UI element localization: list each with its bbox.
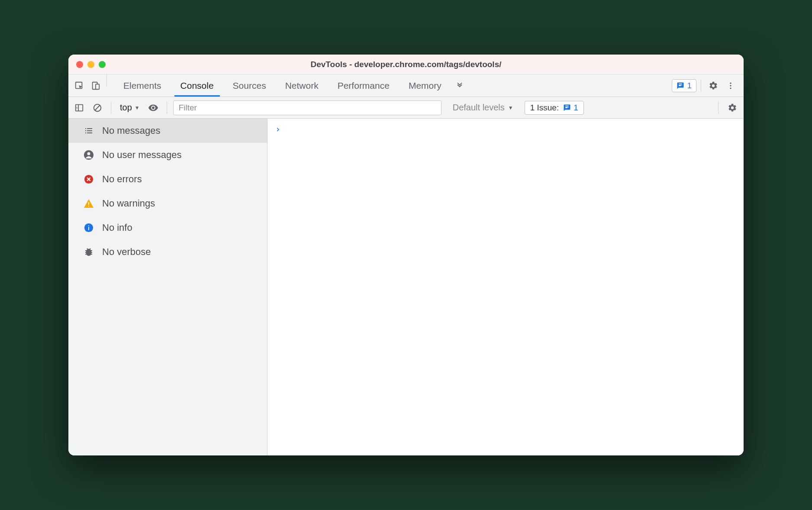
sidebar-item-label: No warnings xyxy=(102,198,155,209)
divider xyxy=(701,80,701,92)
more-tabs-button[interactable] xyxy=(451,74,468,97)
sidebar-item-label: No info xyxy=(102,222,132,233)
tab-console[interactable]: Console xyxy=(171,74,223,97)
issues-counter[interactable]: 1 Issue: 1 xyxy=(525,101,584,115)
svg-point-5 xyxy=(730,87,731,89)
issues-count: 1 xyxy=(563,103,578,113)
list-icon xyxy=(83,125,94,136)
log-levels-selector[interactable]: Default levels ▼ xyxy=(453,103,513,113)
svg-point-4 xyxy=(730,85,731,86)
issues-badge-count: 1 xyxy=(687,81,692,90)
toggle-sidebar-icon[interactable] xyxy=(72,100,87,115)
divider xyxy=(111,102,111,114)
context-selector[interactable]: top ▼ xyxy=(117,103,142,113)
close-window-button[interactable] xyxy=(76,61,83,68)
sidebar-item-verbose[interactable]: No verbose xyxy=(68,240,267,264)
sidebar-item-info[interactable]: No info xyxy=(68,216,267,240)
inspect-element-icon[interactable] xyxy=(71,74,87,97)
main-tabbar: Elements Console Sources Network Perform… xyxy=(68,74,744,97)
bug-icon xyxy=(83,246,94,258)
panel-tabs: Elements Console Sources Network Perform… xyxy=(114,74,672,97)
minimize-window-button[interactable] xyxy=(87,61,94,68)
svg-line-9 xyxy=(95,105,100,110)
console-toolbar: top ▼ Default levels ▼ 1 Issue: 1 xyxy=(68,97,744,119)
tab-network[interactable]: Network xyxy=(276,74,328,97)
tabbar-right: 1 xyxy=(672,74,741,97)
svg-rect-13 xyxy=(88,202,89,205)
tab-memory[interactable]: Memory xyxy=(399,74,451,97)
svg-rect-14 xyxy=(88,206,89,207)
device-toolbar-icon[interactable] xyxy=(87,74,104,97)
console-output[interactable]: › xyxy=(267,119,744,455)
tab-sources[interactable]: Sources xyxy=(223,74,276,97)
divider xyxy=(167,102,167,114)
sidebar-item-warnings[interactable]: No warnings xyxy=(68,191,267,216)
user-icon xyxy=(83,149,94,161)
context-label: top xyxy=(120,103,132,113)
svg-rect-17 xyxy=(88,226,89,226)
issues-label: 1 Issue: xyxy=(530,103,559,113)
error-icon xyxy=(83,174,94,185)
live-expression-icon[interactable] xyxy=(146,100,161,115)
console-prompt-icon: › xyxy=(275,124,280,134)
sidebar-item-label: No verbose xyxy=(102,246,151,258)
svg-point-11 xyxy=(87,152,90,155)
dropdown-icon: ▼ xyxy=(135,105,140,111)
levels-label: Default levels xyxy=(453,103,505,113)
window-title: DevTools - developer.chrome.com/tags/dev… xyxy=(68,60,744,69)
tab-elements[interactable]: Elements xyxy=(114,74,171,97)
maximize-window-button[interactable] xyxy=(99,61,106,68)
console-settings-icon[interactable] xyxy=(725,100,740,116)
dropdown-icon: ▼ xyxy=(508,105,513,111)
issues-badge-button[interactable]: 1 xyxy=(672,79,696,92)
console-body: No messages No user messages No errors N… xyxy=(68,119,744,455)
divider xyxy=(106,74,107,87)
sidebar-item-errors[interactable]: No errors xyxy=(68,167,267,191)
svg-rect-16 xyxy=(88,227,89,230)
tab-performance[interactable]: Performance xyxy=(328,74,399,97)
divider xyxy=(718,102,719,114)
warning-icon xyxy=(83,198,94,209)
svg-point-3 xyxy=(730,82,731,84)
console-sidebar: No messages No user messages No errors N… xyxy=(68,119,267,455)
sidebar-item-label: No errors xyxy=(102,174,142,185)
sidebar-item-label: No user messages xyxy=(102,149,181,161)
devtools-window: DevTools - developer.chrome.com/tags/dev… xyxy=(68,55,744,455)
more-options-icon[interactable] xyxy=(723,78,738,94)
filter-input[interactable] xyxy=(173,100,441,115)
sidebar-item-messages[interactable]: No messages xyxy=(68,119,267,143)
traffic-lights xyxy=(68,61,106,68)
sidebar-item-user-messages[interactable]: No user messages xyxy=(68,143,267,167)
info-icon xyxy=(83,222,94,233)
settings-icon[interactable] xyxy=(706,78,721,94)
titlebar: DevTools - developer.chrome.com/tags/dev… xyxy=(68,55,744,74)
sidebar-item-label: No messages xyxy=(102,125,161,136)
svg-rect-2 xyxy=(96,84,99,89)
clear-console-icon[interactable] xyxy=(90,100,105,115)
